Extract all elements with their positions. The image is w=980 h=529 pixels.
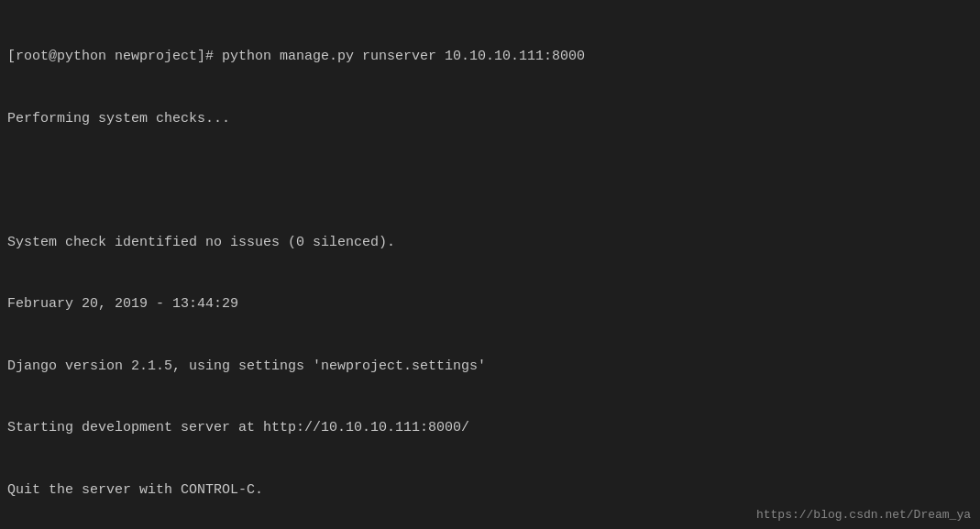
terminal-line: [root@python newproject]# python manage.… — [7, 47, 973, 68]
terminal-line: Quit the server with CONTROL-C. — [7, 480, 973, 501]
terminal-window: [root@python newproject]# python manage.… — [0, 0, 980, 529]
terminal-line — [7, 171, 973, 192]
terminal-content: [root@python newproject]# python manage.… — [7, 6, 973, 529]
terminal-line: Starting development server at http://10… — [7, 418, 973, 439]
terminal-line: Performing system checks... — [7, 109, 973, 130]
watermark: https://blog.csdn.net/Dream_ya — [756, 508, 971, 522]
terminal-line: Django version 2.1.5, using settings 'ne… — [7, 357, 973, 378]
terminal-line: System check identified no issues (0 sil… — [7, 233, 973, 254]
terminal-line: February 20, 2019 - 13:44:29 — [7, 294, 973, 315]
